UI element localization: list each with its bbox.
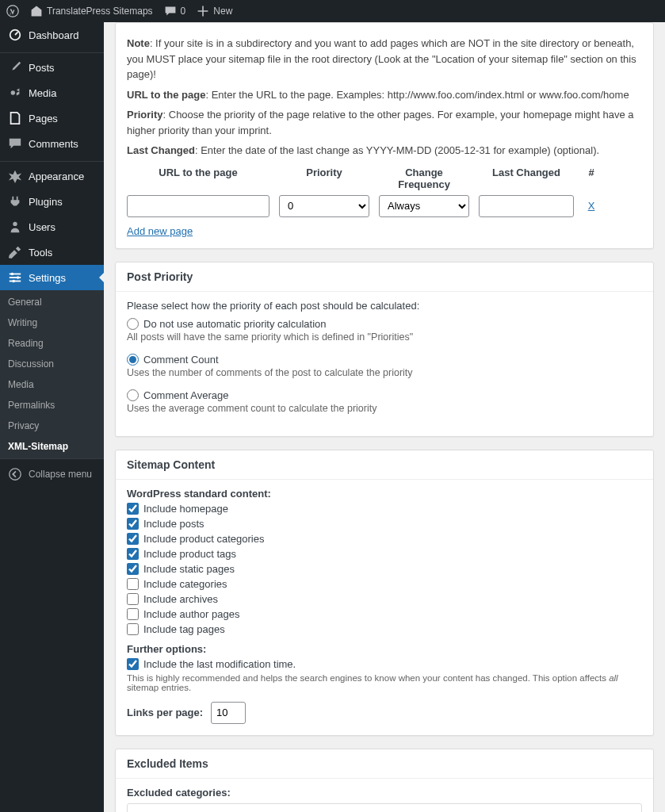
svg-point-10 — [10, 469, 21, 480]
menu-plugins[interactable]: Plugins — [0, 189, 104, 214]
excluded-categories-label: Excluded categories: — [127, 787, 642, 799]
post-priority-title: Post Priority — [116, 262, 653, 292]
post-priority-intro: Please select how the priority of each p… — [127, 300, 642, 312]
svg-point-8 — [17, 276, 20, 279]
sub-general[interactable]: General — [0, 292, 104, 312]
sitemap-content-title: Sitemap Content — [116, 450, 653, 480]
page-lastchanged-input[interactable] — [479, 195, 574, 217]
include-product-categories-checkbox[interactable] — [127, 533, 139, 545]
sub-media[interactable]: Media — [0, 374, 104, 395]
modtime-help: This is highly recommended and helps the… — [127, 673, 642, 692]
excluded-categories-box: Uncategorized Uncategorized — [127, 803, 642, 813]
sub-writing[interactable]: Writing — [0, 312, 104, 333]
include-tag-pages-checkbox[interactable] — [127, 623, 139, 635]
settings-submenu: General Writing Reading Discussion Media… — [0, 290, 104, 458]
delete-page-link[interactable]: X — [588, 200, 595, 212]
priority-none-radio[interactable] — [127, 318, 139, 330]
menu-comments[interactable]: Comments — [0, 131, 104, 156]
menu-dashboard[interactable]: Dashboard — [0, 22, 104, 48]
include-static-pages-checkbox[interactable] — [127, 563, 139, 575]
further-options-label: Further options: — [127, 643, 642, 655]
excluded-items-title: Excluded Items — [116, 749, 653, 779]
admin-toolbar: TranslatePress Sitemaps 0 New — [0, 0, 665, 22]
menu-users[interactable]: Users — [0, 214, 104, 239]
site-link[interactable]: TranslatePress Sitemaps — [30, 5, 153, 17]
svg-point-3 — [13, 222, 17, 226]
menu-appearance[interactable]: Appearance — [0, 163, 104, 189]
sub-reading[interactable]: Reading — [0, 333, 104, 354]
page-priority-select[interactable]: 0 — [279, 195, 369, 217]
include-modtime-checkbox[interactable] — [127, 658, 139, 670]
include-homepage-checkbox[interactable] — [127, 503, 139, 515]
menu-settings[interactable]: Settings — [0, 265, 104, 290]
pages-card: Note: If your site is in a subdirectory … — [115, 22, 654, 249]
add-new-page-link[interactable]: Add new page — [127, 225, 193, 237]
comments-link[interactable]: 0 — [164, 5, 186, 17]
sub-discussion[interactable]: Discussion — [0, 354, 104, 374]
std-content-label: WordPress standard content: — [127, 488, 642, 500]
sitemap-content-card: Sitemap Content WordPress standard conte… — [115, 450, 654, 736]
svg-point-9 — [12, 280, 15, 283]
include-categories-checkbox[interactable] — [127, 578, 139, 590]
include-posts-checkbox[interactable] — [127, 518, 139, 530]
page-freq-select[interactable]: Always — [379, 195, 469, 217]
sub-permalinks[interactable]: Permalinks — [0, 395, 104, 416]
priority-commentcount-radio[interactable] — [127, 354, 139, 366]
note-text: Note: If your site is in a subdirectory … — [127, 36, 642, 82]
include-product-tags-checkbox[interactable] — [127, 548, 139, 560]
sub-xml-sitemap[interactable]: XML-Sitemap — [0, 436, 104, 457]
svg-point-2 — [11, 90, 15, 94]
links-per-page-label: Links per page: — [127, 707, 203, 718]
url-help: URL to the page: Enter the URL to the pa… — [127, 87, 642, 103]
svg-point-7 — [11, 273, 14, 276]
include-archives-checkbox[interactable] — [127, 593, 139, 605]
collapse-menu[interactable]: Collapse menu — [0, 458, 104, 489]
priority-commentavg-radio[interactable] — [127, 389, 139, 401]
admin-sidebar: Dashboard Posts Media Pages Comments App… — [0, 22, 104, 812]
page-url-input[interactable] — [127, 195, 269, 217]
links-per-page-input[interactable] — [211, 702, 246, 724]
post-priority-card: Post Priority Please select how the prio… — [115, 262, 654, 437]
pages-table-header: URL to the page Priority Change Frequenc… — [127, 167, 642, 190]
lastchanged-help: Last Changed: Enter the date of the last… — [127, 143, 642, 159]
menu-tools[interactable]: Tools — [0, 239, 104, 265]
menu-posts[interactable]: Posts — [0, 55, 104, 80]
pages-table-row: 0 Always X — [127, 195, 642, 217]
menu-media[interactable]: Media — [0, 80, 104, 105]
wp-logo[interactable] — [6, 5, 19, 17]
new-link[interactable]: New — [197, 5, 232, 17]
main-content: Note: If your site is in a subdirectory … — [104, 22, 665, 812]
site-name: TranslatePress Sitemaps — [47, 6, 153, 17]
menu-pages[interactable]: Pages — [0, 105, 104, 131]
sub-privacy[interactable]: Privacy — [0, 416, 104, 436]
include-author-pages-checkbox[interactable] — [127, 608, 139, 620]
excluded-items-card: Excluded Items Excluded categories: Unca… — [115, 749, 654, 813]
priority-help: Priority: Choose the priority of the pag… — [127, 107, 642, 138]
